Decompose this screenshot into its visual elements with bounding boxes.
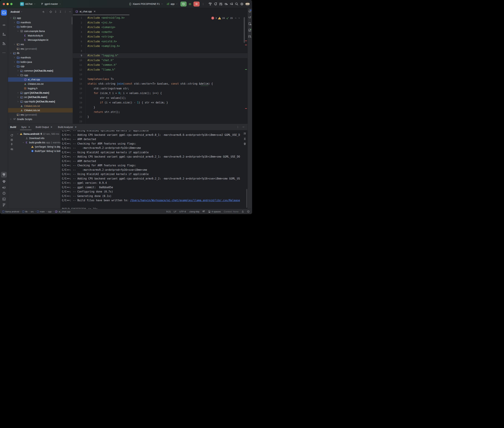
chevron-right-icon[interactable] (17, 70, 19, 72)
build-tab-build-analyzer[interactable]: Build Analyzer✕ (57, 124, 77, 130)
indent-widget[interactable]: 4 spaces (208, 210, 221, 213)
terminal-icon[interactable] (2, 197, 6, 201)
project-tool-button[interactable] (1, 10, 7, 16)
chevron-down-icon[interactable] (13, 65, 16, 67)
version-control-icon[interactable] (2, 203, 6, 207)
gutter-line-number[interactable]: 8 (73, 49, 85, 53)
gutter-line-number[interactable]: 9 (73, 53, 85, 58)
change-stripe-mark[interactable] (245, 69, 247, 70)
chevron-right-icon[interactable] (13, 57, 16, 58)
user-avatar[interactable] (245, 2, 250, 6)
close-tab-icon[interactable]: ✕ (51, 126, 52, 128)
sync-tree-row[interactable]: build.gradle.kts app 1 warning (16, 140, 60, 145)
chevron-down-icon[interactable] (16, 133, 19, 135)
error-stripe-mark[interactable] (245, 108, 247, 109)
project-tree-row[interactable]: src [AiChat.lib.main] (8, 95, 73, 99)
chevron-down-icon[interactable] (9, 52, 12, 54)
chevron-right-icon[interactable] (17, 100, 19, 103)
breadcrumb-item[interactable]: main (37, 210, 45, 213)
device-selector[interactable]: Xiaomi POCOPHONE F1 (128, 2, 164, 6)
project-tree-row[interactable]: cpp (8, 64, 73, 69)
running-devices-icon[interactable] (248, 28, 252, 32)
breadcrumb-item[interactable]: lib (22, 210, 28, 213)
sync-tree-row[interactable]: Download info (16, 136, 60, 140)
chevron-right-icon[interactable] (13, 43, 16, 45)
soft-wrap-icon[interactable] (243, 132, 246, 135)
chevron-right-icon[interactable] (13, 61, 16, 63)
more-tool-windows-icon[interactable] (2, 51, 6, 54)
chevron-right-icon[interactable] (9, 118, 12, 120)
chevron-right-icon[interactable] (17, 96, 19, 98)
gutter-line-number[interactable]: 3 (73, 25, 85, 30)
gutter-line-number[interactable]: 11 (73, 63, 85, 67)
sync-tree-row[interactable]: 'jvmTarget: String' is deprec (16, 145, 60, 149)
previous-problem-icon[interactable] (235, 17, 237, 19)
close-tab-icon[interactable]: ✕ (94, 10, 96, 13)
error-stripe-mark[interactable] (245, 45, 247, 45)
scroll-to-end-icon[interactable] (243, 137, 246, 140)
chevron-right-icon[interactable] (13, 21, 16, 24)
error-stripe-mark[interactable] (245, 41, 247, 41)
close-tab-icon[interactable]: ✕ (28, 126, 30, 128)
debug-app-button[interactable] (188, 1, 193, 7)
gutter-line-number[interactable]: 15 (73, 82, 85, 86)
gutter-line-number[interactable]: 17 (73, 91, 85, 96)
gradle-sync-icon[interactable] (230, 2, 233, 6)
chevron-right-icon[interactable] (17, 92, 19, 94)
resource-manager-icon[interactable] (2, 33, 6, 36)
breadcrumb-item[interactable]: llama.android (2, 210, 19, 213)
build-options-kebab-icon[interactable] (237, 126, 239, 128)
lock-open-icon[interactable] (241, 210, 244, 213)
close-window-button[interactable] (3, 3, 5, 5)
run-configuration-selector[interactable]: app (165, 2, 179, 6)
build-project-icon[interactable] (208, 2, 212, 6)
build-tab-build-output[interactable]: Build Output✕ (35, 124, 53, 130)
chevron-down-icon[interactable] (17, 30, 19, 32)
zoom-window-button[interactable] (10, 3, 13, 5)
logcat-cat-icon[interactable] (2, 186, 6, 189)
options-kebab-icon[interactable] (64, 10, 67, 13)
project-tree-row[interactable]: ggml [AiChat.lib.main] (8, 91, 73, 95)
project-tree-row[interactable]: cpp-httplib [AiChat.lib.main] (8, 99, 73, 104)
project-tree-row[interactable]: manifests (8, 20, 73, 25)
chevron-down-icon[interactable] (9, 17, 12, 19)
commit-icon[interactable] (2, 23, 6, 27)
gradle-elephant-icon[interactable] (248, 16, 252, 19)
sync-tree-row[interactable]: BuildType 'debug' is both de (16, 149, 60, 153)
device-manager-icon[interactable] (248, 22, 252, 25)
gutter-line-number[interactable]: 22 (73, 115, 85, 119)
chevron-down-icon[interactable] (17, 74, 19, 76)
sync-tree-row[interactable]: llama.android: fi 22 sec, 583 ms (16, 132, 60, 136)
project-tree-row[interactable]: kotlin+java (8, 60, 73, 64)
breadcrumb-item[interactable]: Cai_chat.cpp (55, 210, 70, 213)
next-problem-icon[interactable] (238, 17, 240, 19)
gutter-line-number[interactable]: 21 (73, 110, 85, 115)
project-scrollbar[interactable] (72, 17, 72, 25)
hide-build-panel-icon[interactable] (242, 126, 245, 128)
breadcrumb-item[interactable]: cpp (48, 210, 52, 213)
gemini-chat-icon[interactable] (248, 35, 252, 38)
project-tree-row[interactable]: MainActivity.kt (8, 33, 73, 38)
pull-requests-icon[interactable] (2, 42, 6, 45)
project-tree-row[interactable]: res (8, 42, 73, 47)
file-encoding[interactable]: UTF-8 (179, 210, 186, 213)
project-tree-row[interactable]: com.example.llama (8, 29, 73, 33)
more-run-actions-button[interactable] (200, 1, 206, 7)
editor-tab[interactable]: C ai_chat.cpp ✕ (73, 8, 98, 15)
console-scrollbar[interactable] (246, 189, 247, 208)
line-ending[interactable]: LF (174, 210, 176, 213)
project-tree-row[interactable]: lib (8, 51, 73, 56)
build-output-path-link[interactable]: /Users/hanyin/Workspace/ai-chat/examples… (130, 199, 240, 202)
clang-tidy-config[interactable]: .clang-tidy (189, 210, 199, 213)
project-tree-row[interactable]: MessageAdapter.kt (8, 38, 73, 42)
project-tree-row[interactable]: kotlin+java (8, 25, 73, 29)
clear-console-trash-icon[interactable] (243, 142, 246, 145)
error-indicator-icon[interactable] (247, 210, 250, 213)
stop-sync-icon[interactable] (11, 139, 13, 141)
project-tree-row[interactable]: app (8, 16, 73, 20)
gutter-line-number[interactable]: 14 (73, 77, 85, 82)
gutter-line-number[interactable]: 10 (73, 58, 85, 63)
search-everywhere-icon[interactable] (235, 2, 238, 6)
build-tool-button[interactable] (1, 172, 7, 178)
project-tree-row[interactable]: Gradle Scripts (8, 117, 73, 121)
